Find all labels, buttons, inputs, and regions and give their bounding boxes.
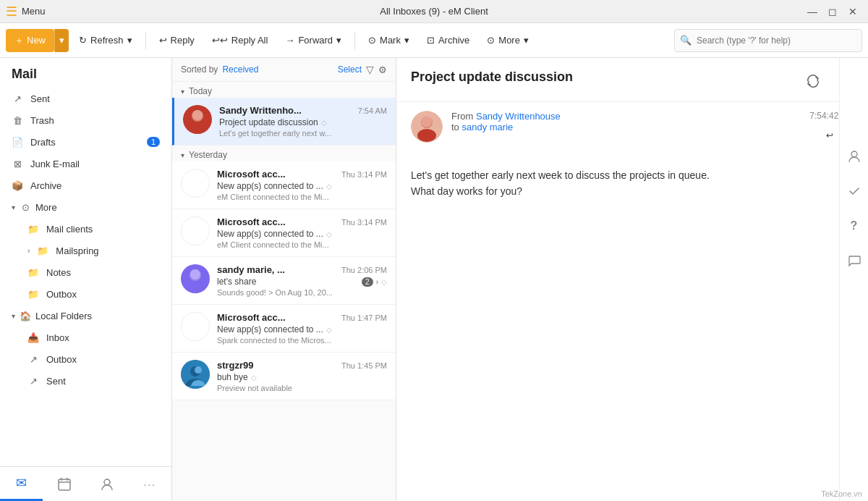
nav-more-button[interactable]: ··· <box>129 467 171 501</box>
email-4-top: sandy marie, ... Thu 2:06 PM <box>217 264 387 275</box>
reply-all-label: Reply All <box>231 35 268 46</box>
reply-button[interactable]: ↩ Reply <box>152 29 202 52</box>
sidebar-trash-label: Trash <box>30 115 54 126</box>
svg-point-10 <box>190 269 200 279</box>
svg-point-7 <box>192 110 203 120</box>
sidebar-item-lf-sent[interactable]: ↗ Sent <box>0 370 171 392</box>
sidebar-item-notes[interactable]: 📁 Notes <box>0 261 171 283</box>
today-chevron-icon: ▾ <box>181 88 184 96</box>
help-panel-icon[interactable]: ? <box>843 214 866 237</box>
forward-chevron-icon: ▾ <box>336 35 341 46</box>
email-item-3[interactable]: Microsoft acc... Thu 3:14 PM New app(s) … <box>172 209 396 257</box>
email-5-top: Microsoft acc... Thu 1:47 PM <box>217 312 387 323</box>
to-line: to sandy marie <box>451 122 801 132</box>
filter-icon[interactable]: ▽ <box>366 64 374 75</box>
window-controls: — ◻ ✕ <box>803 2 862 21</box>
sidebar-local-folders-label: Local Folders <box>35 311 92 321</box>
minimize-button[interactable]: — <box>803 2 822 21</box>
mark-button[interactable]: ⊙ Mark ▾ <box>361 29 417 52</box>
sidebar-drafts-label: Drafts <box>30 137 56 148</box>
local-folders-chevron-icon: ▾ <box>12 312 15 320</box>
reply-all-button[interactable]: ↩↩ Reply All <box>205 29 276 52</box>
avatar-strgzr99 <box>181 360 210 389</box>
email-5-subject: New app(s) connected to ... ◇ <box>217 324 387 334</box>
from-label: From <box>451 111 473 122</box>
more-button[interactable]: ⊙ More ▾ <box>480 29 536 52</box>
email-4-sender: sandy marie, ... <box>217 264 285 275</box>
sidebar-item-drafts[interactable]: 📄 Drafts 1 <box>0 131 171 153</box>
new-dropdown-button[interactable]: ▾ <box>54 29 69 52</box>
filter-options-icon[interactable]: ⚙ <box>378 64 387 75</box>
search-input[interactable] <box>674 29 862 52</box>
sidebar-item-mail-clients[interactable]: 📁 Mail clients <box>0 218 171 240</box>
email-body-text: Let's get together early next week to di… <box>411 167 854 200</box>
email-1-subject: Project update discussion ◇ <box>219 117 387 127</box>
email-4-time: Thu 2:06 PM <box>341 266 387 274</box>
contact-panel-icon[interactable] <box>843 145 866 168</box>
email-detail-header: Project update discussion <box>396 58 868 102</box>
sort-field[interactable]: Received <box>222 64 258 75</box>
email-item-4[interactable]: sandy marie, ... Thu 2:06 PM let's share… <box>172 257 396 305</box>
refresh-icon: ↻ <box>79 35 87 46</box>
sidebar-mail-clients-label: Mail clients <box>46 224 93 235</box>
task-panel-icon[interactable] <box>843 180 866 203</box>
mailspring-expand-icon: › <box>27 247 30 255</box>
chat-panel-icon[interactable] <box>843 249 866 272</box>
email-3-subject-text: New app(s) connected to ... <box>217 229 323 239</box>
nav-calendar-button[interactable] <box>43 467 85 501</box>
email-2-content: Microsoft acc... Thu 3:14 PM New app(s) … <box>217 169 387 201</box>
nav-contacts-button[interactable] <box>86 467 129 501</box>
sidebar-group-more[interactable]: ▾ ⊙ More <box>0 196 171 218</box>
email-3-flag-icon: ◇ <box>326 230 332 238</box>
sort-label: Sorted by <box>181 64 218 75</box>
sidebar-notes-label: Notes <box>46 267 71 278</box>
detail-sync-button[interactable] <box>801 70 825 93</box>
email-item-6[interactable]: strgzr99 Thu 1:45 PM buh bye ◇ Preview n… <box>172 353 396 400</box>
forward-icon: → <box>285 35 294 46</box>
email-4-subject: let's share 2 › ◇ <box>217 277 387 287</box>
svg-rect-0 <box>59 479 70 490</box>
more-group-icon: ⊙ <box>20 201 31 213</box>
email-detail: Project update discussion <box>396 58 868 501</box>
from-name[interactable]: Sandy Writtenhouse <box>476 111 561 122</box>
nav-mail-button[interactable]: ✉ <box>0 467 43 501</box>
maximize-button[interactable]: ◻ <box>823 2 842 21</box>
sidebar-item-sent[interactable]: ↗ Sent <box>0 88 171 109</box>
email-1-flag-icon: ◇ <box>321 119 327 127</box>
email-4-badge-arrow: › <box>376 278 378 286</box>
email-item-5[interactable]: Microsoft acc... Thu 1:47 PM New app(s) … <box>172 305 396 353</box>
sidebar-item-lf-outbox[interactable]: ↗ Outbox <box>0 348 171 370</box>
to-name[interactable]: sandy marie <box>461 122 513 132</box>
sidebar-junk-label: Junk E-mail <box>30 159 80 169</box>
avatar-sandy-marie <box>181 264 210 293</box>
select-button[interactable]: Select <box>338 64 362 75</box>
detail-reply-button[interactable]: ↩ <box>822 124 838 147</box>
sidebar-group-local-folders[interactable]: ▾ 🏠 Local Folders <box>0 305 171 327</box>
toolbar-separator-1 <box>145 32 146 49</box>
sidebar-item-archive[interactable]: 📦 Archive <box>0 174 171 196</box>
new-button[interactable]: ＋ New <box>6 29 54 52</box>
sidebar-outbox-label: Outbox <box>46 289 77 300</box>
sidebar-item-trash[interactable]: 🗑 Trash <box>0 109 171 131</box>
sidebar-item-mailspring[interactable]: › 📁 Mailspring <box>0 240 171 261</box>
email-item-2[interactable]: Microsoft acc... Thu 3:14 PM New app(s) … <box>172 161 396 209</box>
forward-button[interactable]: → Forward ▾ <box>278 29 349 52</box>
sidebar-item-outbox[interactable]: 📁 Outbox <box>0 283 171 305</box>
mark-label: Mark <box>380 35 401 46</box>
toolbar-separator-2 <box>354 32 355 49</box>
email-detail-meta: From Sandy Writtenhouse to sandy marie 7… <box>396 102 868 156</box>
svg-point-6 <box>189 122 206 134</box>
sidebar-item-junk[interactable]: ⊠ Junk E-mail <box>0 153 171 174</box>
email-4-flag-icon: ◇ <box>381 278 387 286</box>
refresh-button[interactable]: ↻ Refresh ▾ <box>72 29 140 52</box>
right-panel-icons: ? <box>839 58 868 501</box>
close-button[interactable]: ✕ <box>843 2 862 21</box>
sidebar-item-lf-inbox[interactable]: 📥 Inbox <box>0 327 171 348</box>
email-6-subject: buh bye ◇ <box>217 372 387 382</box>
sidebar-more-label: More <box>35 202 57 213</box>
archive-button[interactable]: ⊡ Archive <box>420 29 477 52</box>
email-detail-subject: Project update discussion <box>411 70 573 85</box>
email-item-1[interactable]: Sandy Writtenho... 7:54 AM Project updat… <box>172 98 396 146</box>
email-3-time: Thu 3:14 PM <box>341 218 387 227</box>
email-body: Let's get together early next week to di… <box>396 156 868 211</box>
